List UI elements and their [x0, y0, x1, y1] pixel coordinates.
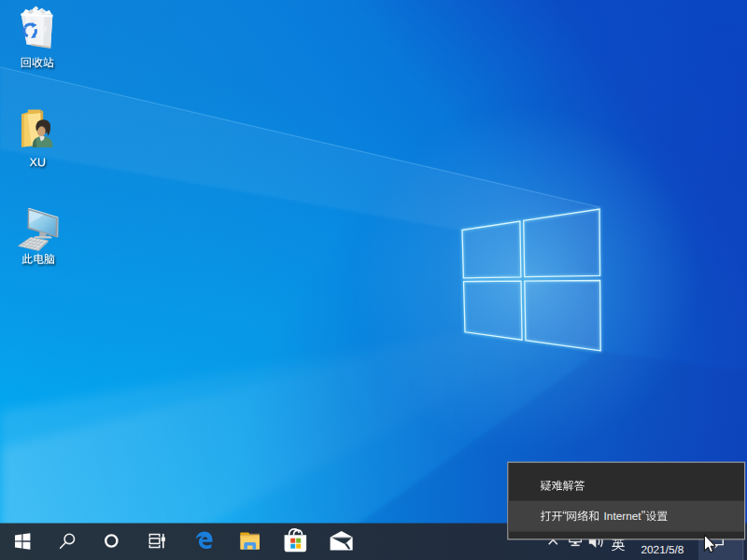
svg-text:Internet: Internet	[604, 510, 642, 523]
svg-text:XU: XU	[30, 156, 46, 169]
svg-text:2021/5/8: 2021/5/8	[641, 543, 684, 556]
